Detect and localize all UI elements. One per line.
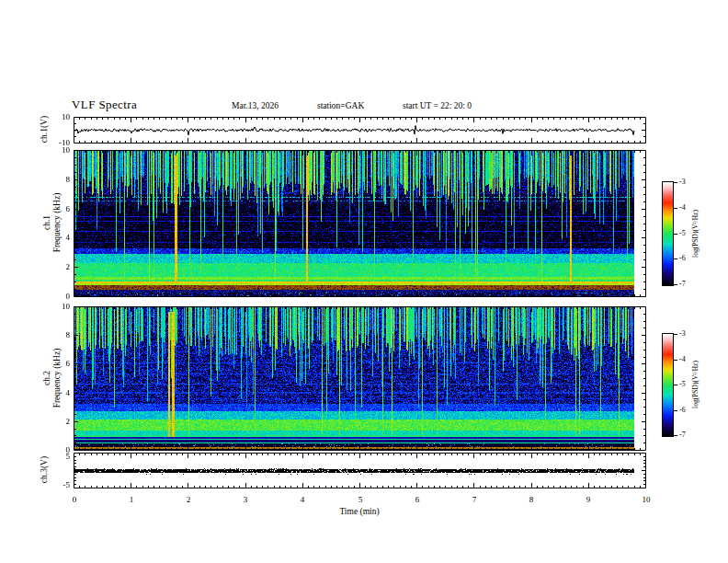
ch1-frequency-axis-label: ch.1 Frequency (kHz) — [42, 167, 63, 278]
time-xtick-1: 1 — [120, 495, 142, 504]
start-ut-label: start UT = 22: 20: 0 — [403, 101, 472, 110]
station-label: station=GAK — [317, 101, 364, 110]
ch2-spectrogram-ytick-6: 6 — [50, 359, 70, 368]
ch1-spectrogram-ytick-6: 6 — [50, 204, 70, 213]
time-xtick-6: 6 — [406, 495, 428, 504]
cb1-tick--7: -7 — [679, 280, 696, 289]
ch2-spectrogram-ytick-2: 2 — [50, 417, 70, 426]
ch1-waveform-canvas — [74, 117, 646, 144]
ch1-spectrogram-ytick-2: 2 — [50, 262, 70, 271]
time-xtick-10: 10 — [635, 495, 657, 504]
ch1-frequency-axis-line1: ch.1 — [42, 167, 52, 278]
colorbar-ch2 — [662, 333, 679, 437]
ch1-spectrogram-ytick-0: 0 — [50, 292, 70, 301]
cb1-tick--6: -6 — [679, 254, 696, 263]
time-xtick-8: 8 — [520, 495, 542, 504]
ch1-waveform-ytick-10: 10 — [50, 112, 70, 121]
vlf-spectra-figure: VLF Spectra Mar.13, 2026 station=GAK sta… — [0, 0, 728, 563]
time-xtick-5: 5 — [349, 495, 371, 504]
colorbar-ch1 — [662, 181, 679, 286]
cb2-tick--7: -7 — [679, 431, 696, 440]
cb1-tick--3: -3 — [679, 178, 696, 187]
ch3-waveform-ytick-5: 5 — [50, 452, 70, 461]
time-xtick-4: 4 — [291, 495, 313, 504]
page-title: VLF Spectra — [72, 98, 137, 112]
ch3-voltage-axis-label: ch.3(V) — [40, 442, 50, 498]
ch2-spectrogram-ytick-8: 8 — [50, 330, 70, 339]
time-xtick-0: 0 — [63, 495, 85, 504]
ch3-waveform-canvas — [74, 453, 646, 488]
ch1-voltage-axis-label: ch.1(V) — [40, 102, 50, 157]
ch3-waveform-ytick--5: -5 — [50, 480, 70, 489]
ch1-frequency-axis-line2: Frequency (kHz) — [52, 167, 63, 278]
ch2-spectrogram-canvas — [74, 306, 646, 451]
cb2-tick--4: -4 — [679, 355, 696, 364]
time-xtick-3: 3 — [234, 495, 256, 504]
ch2-spectrogram-ytick-4: 4 — [50, 388, 70, 397]
ch2-spectrogram-ytick-10: 10 — [50, 302, 70, 311]
time-axis-label: Time (min) — [304, 507, 415, 517]
cb2-tick--3: -3 — [679, 329, 696, 339]
ch1-spectrogram-ytick-4: 4 — [50, 233, 70, 242]
ch1-spectrogram-canvas — [74, 150, 646, 297]
date-label: Mar.13, 2026 — [232, 101, 279, 110]
cb1-tick--5: -5 — [679, 229, 696, 238]
time-xtick-2: 2 — [177, 495, 199, 504]
cb2-tick--5: -5 — [679, 380, 696, 389]
time-xtick-9: 9 — [577, 495, 599, 504]
ch1-spectrogram-ytick-8: 8 — [50, 175, 70, 184]
cb1-tick--4: -4 — [679, 203, 696, 213]
time-xtick-7: 7 — [463, 495, 485, 504]
cb2-tick--6: -6 — [679, 406, 696, 415]
ch1-spectrogram-ytick-10: 10 — [50, 145, 70, 155]
